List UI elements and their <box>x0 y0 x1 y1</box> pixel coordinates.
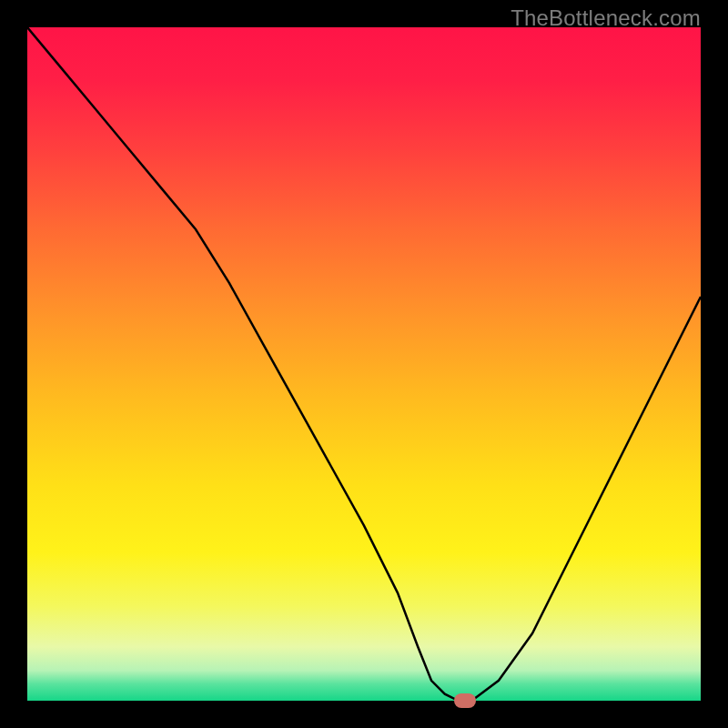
plot-area <box>27 27 701 701</box>
optimum-marker <box>454 693 476 708</box>
curve-layer <box>27 27 701 701</box>
chart-stage: TheBottleneck.com <box>0 0 728 728</box>
bottleneck-curve <box>27 27 701 701</box>
